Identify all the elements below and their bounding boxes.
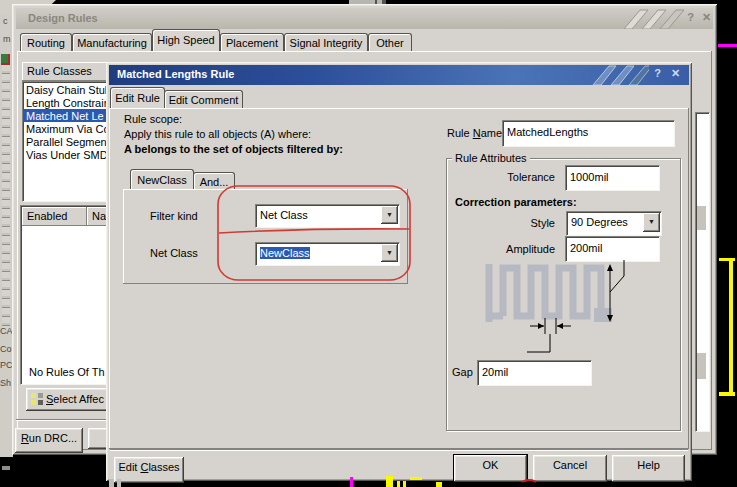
matched-rule-titlebar[interactable]: Matched Lengths Rule ? ✕ [109, 65, 689, 85]
gap-field[interactable]: 20mil [477, 360, 592, 386]
background-artifact [117, 479, 121, 487]
background-text-fragment: PC [0, 360, 13, 370]
pcb-pad-yellow [410, 477, 422, 480]
gap-label: Gap [452, 366, 473, 378]
rule-classes-list[interactable]: Daisy Chain Stub Length Constrain Matche… [22, 81, 113, 202]
screen: gn c m CA Co PC Sh Design Rules ? ✕ Rout… [0, 0, 737, 487]
background-artifact [2, 466, 10, 470]
divider [110, 449, 688, 451]
help-icon[interactable]: ? [684, 11, 697, 25]
button-label: elect Affec [53, 393, 104, 405]
run-drc-button[interactable]: Run DRC... [15, 428, 83, 453]
background-text-fragment: CA [0, 326, 13, 336]
rule-scope-description: Apply this rule to all objects (A) where… [124, 128, 311, 140]
pcb-pad-yellow [386, 476, 393, 487]
pcb-via-magenta [350, 477, 353, 487]
pcb-arc-red [519, 479, 539, 487]
button-label: Edit [118, 461, 140, 473]
partially-hidden-button[interactable] [88, 428, 108, 449]
background-text-fragment: m [3, 34, 11, 44]
list-item-selected[interactable]: Matched Net Le [23, 109, 112, 122]
background-text-fragment: c [3, 16, 8, 26]
dropdown-arrow-icon[interactable]: ▼ [643, 213, 660, 232]
help-button[interactable]: Help [612, 455, 685, 482]
background-artifact [109, 479, 114, 487]
affected-objects-icon [31, 393, 43, 405]
button-label: R [21, 432, 29, 444]
pcb-trace-magenta [718, 44, 737, 47]
close-icon[interactable]: ✕ [668, 67, 683, 82]
list-item[interactable]: Maximum Via Co [23, 122, 112, 135]
pcb-outline-yellow [729, 258, 733, 395]
rule-name-field[interactable]: MatchedLengths [502, 120, 675, 147]
cancel-button[interactable]: Cancel [533, 455, 607, 482]
style-label: Style [455, 217, 555, 229]
column-header-enabled[interactable]: Enabled [22, 207, 87, 226]
select-affected-button[interactable]: Select Affec [26, 388, 118, 411]
net-class-label: Net Class [150, 247, 198, 259]
design-rules-titlebar[interactable]: Design Rules ? ✕ [16, 8, 713, 29]
tolerance-label: Tolerance [455, 171, 555, 183]
rule-classes-header[interactable]: Rule Classes [22, 62, 111, 81]
pcb-pad-yellow [403, 481, 406, 487]
titlebar-ornament [587, 65, 649, 85]
rule-scope-label: Rule scope: [124, 113, 182, 125]
background-toolbar-pattern [2, 62, 10, 330]
list-item[interactable]: Length Constrain [23, 96, 112, 109]
pcb-pad-yellow [436, 482, 442, 487]
list-item[interactable]: Daisy Chain Stub [23, 82, 112, 96]
scroll-thumb[interactable] [697, 206, 706, 230]
background-tiny-icon [1, 54, 10, 65]
titlebar-ornament [616, 8, 686, 29]
no-rules-text: No Rules Of Th [29, 366, 105, 378]
filter-kind-dropdown[interactable]: Net Class ▼ [255, 204, 400, 228]
amplitude-label: Amplitude [455, 243, 555, 255]
pcb-outline-yellow [719, 392, 735, 396]
rules-table[interactable]: Enabled Name No Rules Of Th [20, 205, 113, 385]
dropdown-arrow-icon[interactable]: ▼ [381, 206, 398, 224]
rule-attributes-title: Rule Attributes [452, 152, 530, 164]
button-label: un DRC... [29, 432, 77, 444]
rule-name-value: MatchedLengths [503, 121, 674, 138]
list-item[interactable]: Vias Under SMD [23, 148, 112, 161]
filter-kind-value: Net Class [256, 205, 399, 221]
amplitude-value: 200mil [566, 237, 659, 254]
tolerance-field[interactable]: 1000mil [565, 165, 660, 191]
edit-classes-button[interactable]: Edit Classes [114, 457, 184, 483]
design-rules-title: Design Rules [28, 12, 98, 24]
background-text-fragment: Co [0, 344, 12, 354]
matched-rule-title: Matched Lengths Rule [117, 68, 234, 80]
rule-scope-filter-heading: A belongs to the set of objects filtered… [124, 143, 343, 155]
scroll-thumb[interactable] [697, 353, 706, 379]
net-class-value: NewClass [260, 247, 310, 259]
matched-lengths-rule-dialog: Matched Lengths Rule ? ✕ Edit Rule Edit … [106, 62, 692, 481]
net-class-dropdown[interactable]: NewClass ▼ [255, 242, 400, 266]
background-text-fragment: Sh [0, 378, 11, 388]
gap-value: 20mil [478, 361, 591, 378]
help-icon[interactable]: ? [650, 67, 665, 82]
accordion-trace-illustration [478, 256, 648, 360]
dropdown-arrow-icon[interactable]: ▼ [381, 244, 398, 262]
divider [16, 419, 118, 421]
list-item[interactable]: Parallel Segmen [23, 135, 112, 148]
correction-parameters-title: Correction parameters: [455, 196, 577, 208]
rules-scrollbar-strip[interactable] [695, 112, 710, 432]
tolerance-value: 1000mil [566, 166, 659, 183]
close-icon[interactable]: ✕ [700, 11, 713, 25]
pcb-pad-yellow [397, 481, 400, 487]
rule-name-label: Rule Name [447, 127, 502, 139]
filter-kind-label: Filter kind [150, 210, 198, 222]
style-dropdown[interactable]: 90 Degrees ▼ [566, 211, 662, 236]
ok-button[interactable]: OK [454, 455, 527, 482]
